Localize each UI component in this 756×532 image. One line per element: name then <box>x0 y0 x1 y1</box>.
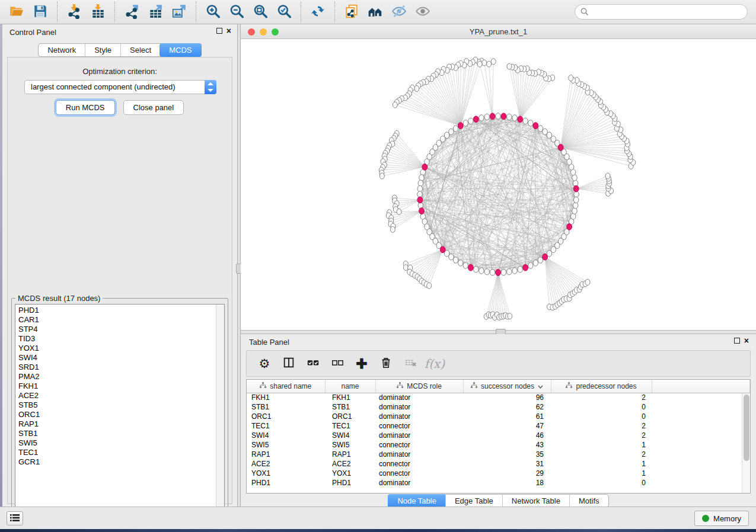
deselect-all-button[interactable] <box>328 354 347 374</box>
mcds-result-item[interactable]: RAP1 <box>15 419 224 429</box>
toolbar-group <box>0 2 57 22</box>
import-table-button[interactable] <box>86 2 110 21</box>
memory-button[interactable]: Memory <box>694 511 749 526</box>
hide-selected-button[interactable] <box>387 2 411 21</box>
mcds-result-list[interactable]: PHD1CAR1STP4TID3YOX1SWI4SRD1PMA2FKH1ACE2… <box>15 304 225 516</box>
column-header-name[interactable]: name <box>325 380 375 393</box>
table-row[interactable]: PHD1PHD1dominator180 <box>247 478 750 488</box>
mcds-result-item[interactable]: GCR1 <box>15 457 224 467</box>
attribute-type-icon <box>260 382 266 390</box>
table-row[interactable]: SWI5SWI5connector431 <box>247 440 750 450</box>
tab-mcds[interactable]: MCDS <box>160 43 201 57</box>
mcds-result-item[interactable]: SWI5 <box>15 438 224 448</box>
zoom-selected-button[interactable] <box>272 2 296 21</box>
table-scrollbar[interactable] <box>742 393 750 493</box>
search-input[interactable] <box>575 4 748 20</box>
column-header-predecessor-nodes[interactable]: predecessor nodes <box>551 380 652 393</box>
column-header-MCDS-role[interactable]: MCDS role <box>375 380 463 393</box>
dropdown-stepper-icon <box>205 80 216 94</box>
mcds-result-item[interactable]: FKH1 <box>15 382 224 391</box>
table-scrollbar-thumb[interactable] <box>744 395 749 461</box>
network-view-canvas[interactable] <box>241 39 756 330</box>
zoom-fit-button[interactable] <box>248 2 272 21</box>
mcds-result-item[interactable]: STP4 <box>15 325 224 334</box>
horizontal-splitter[interactable] <box>241 330 756 334</box>
mcds-result-item[interactable]: TID3 <box>15 334 224 344</box>
attribute-type-icon <box>397 382 403 390</box>
save-session-button[interactable] <box>28 2 52 21</box>
mcds-result-title: MCDS result (17 nodes) <box>15 294 103 303</box>
tab-network-table[interactable]: Network Table <box>502 495 569 507</box>
table-row[interactable]: RAP1RAP1dominator352 <box>247 450 750 459</box>
panel-menu-button[interactable] <box>7 511 23 525</box>
select-all-button[interactable] <box>304 354 323 374</box>
settings-button[interactable]: ⚙ <box>255 354 274 374</box>
open-file-button[interactable] <box>5 2 28 21</box>
float-table-panel-icon[interactable] <box>734 338 740 344</box>
close-table-panel-icon[interactable]: × <box>744 338 749 344</box>
network-titlebar[interactable]: YPA_prune.txt_1 <box>241 24 756 39</box>
float-panel-icon[interactable] <box>216 28 222 34</box>
mcds-result-item[interactable]: STB1 <box>15 429 224 438</box>
export-image-button[interactable] <box>167 2 191 21</box>
duplicate-network-button[interactable] <box>340 2 363 21</box>
node-table: shared namenameMCDS rolesuccessor nodesp… <box>246 379 751 493</box>
show-all-button[interactable] <box>411 2 435 21</box>
network-window: YPA_prune.txt_1 <box>241 24 756 330</box>
table-row[interactable]: FKH1FKH1dominator962 <box>247 393 750 402</box>
tab-style[interactable]: Style <box>85 44 120 56</box>
import-network-icon <box>66 4 82 21</box>
table-toolbar: ⚙✚f(x) <box>246 350 751 377</box>
toolbar-group <box>114 2 196 22</box>
mcds-result-group: MCDS result (17 nodes) PHD1CAR1STP4TID3Y… <box>11 298 228 520</box>
export-network-button[interactable] <box>120 2 143 21</box>
control-panel-title: Control Panel <box>9 28 56 37</box>
mcds-result-item[interactable]: PMA2 <box>15 372 224 382</box>
delete-table-button[interactable] <box>401 354 420 374</box>
column-header-shared-name[interactable]: shared name <box>247 380 325 393</box>
close-panel-button[interactable]: Close panel <box>123 100 184 115</box>
delete-table-icon <box>404 356 417 371</box>
zoom-out-button[interactable] <box>225 2 248 21</box>
add-row-button[interactable]: ✚ <box>352 354 371 374</box>
mcds-result-item[interactable]: TEC1 <box>15 448 224 457</box>
tab-network[interactable]: Network <box>39 44 85 56</box>
desktop-background <box>0 529 756 532</box>
zoom-fit-icon <box>253 4 268 21</box>
mcds-result-item[interactable]: YOX1 <box>15 344 224 353</box>
mcds-result-item[interactable]: SWI4 <box>15 353 224 363</box>
close-panel-icon[interactable]: × <box>227 28 231 34</box>
zoom-in-button[interactable] <box>201 2 225 21</box>
table-row[interactable]: ORC1ORC1dominator610 <box>247 412 750 421</box>
show-columns-button[interactable] <box>279 354 298 374</box>
mcds-result-item[interactable]: SRD1 <box>15 363 224 372</box>
mcds-result-item[interactable]: ACE2 <box>15 391 224 400</box>
mcds-list-scrollbar[interactable] <box>216 305 224 515</box>
table-panel: Table Panel × ⚙✚f(x) shared namenameMCDS… <box>241 334 756 507</box>
export-table-button[interactable] <box>143 2 167 21</box>
criterion-dropdown[interactable]: largest connected component (undirected) <box>24 80 216 94</box>
tab-select[interactable]: Select <box>120 44 160 56</box>
deselect-all-icon <box>331 356 344 371</box>
table-row[interactable]: SWI4SWI4dominator462 <box>247 431 750 440</box>
mcds-result-item[interactable]: ORC1 <box>15 410 224 419</box>
tab-node-table[interactable]: Node Table <box>388 494 446 508</box>
mcds-result-item[interactable]: STB5 <box>15 400 224 410</box>
import-table-icon <box>90 4 106 21</box>
mcds-result-item[interactable]: PHD1 <box>15 306 224 315</box>
mcds-result-item[interactable]: CAR1 <box>15 315 224 325</box>
table-row[interactable]: TEC1TEC1connector472 <box>247 421 750 431</box>
first-neighbors-button[interactable] <box>363 2 387 21</box>
table-row[interactable]: STB1STB1dominator620 <box>247 402 750 412</box>
table-row[interactable]: YOX1YOX1connector291 <box>247 469 750 478</box>
delete-row-button[interactable] <box>377 354 395 374</box>
tab-motifs[interactable]: Motifs <box>569 495 608 507</box>
tab-edge-table[interactable]: Edge Table <box>445 495 502 507</box>
import-network-button[interactable] <box>62 2 86 21</box>
refresh-view-button[interactable] <box>306 2 330 21</box>
column-header-successor-nodes[interactable]: successor nodes <box>463 380 551 393</box>
run-mcds-button[interactable]: Run MCDS <box>56 100 115 115</box>
table-row[interactable]: ACE2ACE2connector311 <box>247 459 750 469</box>
function-builder-button[interactable]: f(x) <box>425 354 444 374</box>
zoom-selected-icon <box>276 4 292 21</box>
